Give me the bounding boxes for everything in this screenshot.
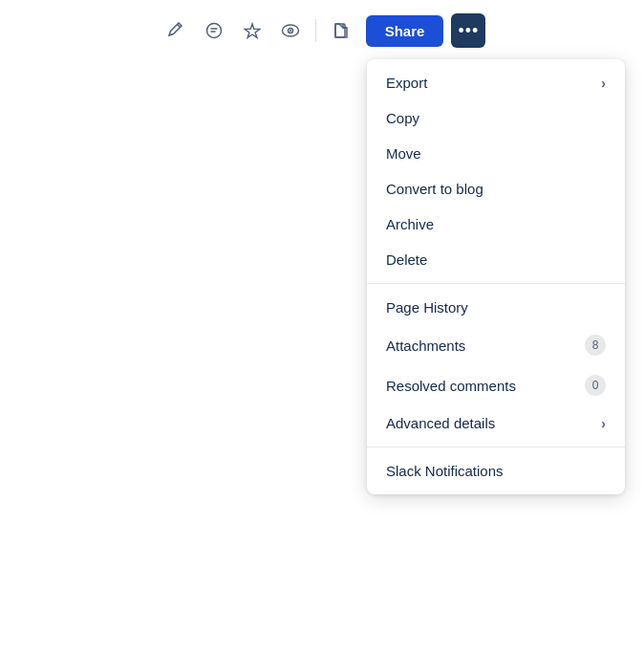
menu-item-move-label: Move xyxy=(386,145,606,162)
menu-section-3: Slack Notifications xyxy=(367,447,625,494)
page-icon[interactable] xyxy=(324,13,358,48)
menu-item-attachments-label: Attachments xyxy=(386,338,585,354)
menu-item-export-label: Export xyxy=(386,75,601,91)
menu-item-move[interactable]: Move xyxy=(367,136,625,171)
menu-item-copy[interactable]: Copy xyxy=(367,100,625,136)
comment-icon[interactable] xyxy=(197,13,231,48)
menu-item-attachments[interactable]: Attachments 8 xyxy=(367,325,625,365)
toolbar: Share ••• xyxy=(0,0,644,61)
menu-item-resolved-comments-label: Resolved comments xyxy=(386,378,585,394)
menu-item-convert-to-blog-label: Convert to blog xyxy=(386,181,606,197)
menu-item-archive[interactable]: Archive xyxy=(367,207,625,242)
menu-item-advanced-details-label: Advanced details xyxy=(386,415,601,431)
menu-item-delete-label: Delete xyxy=(386,251,606,268)
toolbar-divider xyxy=(315,19,316,42)
menu-item-page-history[interactable]: Page History xyxy=(367,290,625,325)
menu-section-1: Export › Copy Move Convert to blog Archi… xyxy=(367,59,625,283)
menu-item-page-history-label: Page History xyxy=(386,299,606,316)
menu-item-delete[interactable]: Delete xyxy=(367,242,625,277)
menu-item-archive-label: Archive xyxy=(386,216,606,232)
menu-item-slack-notifications[interactable]: Slack Notifications xyxy=(367,453,625,489)
svg-point-0 xyxy=(206,24,221,38)
watch-icon[interactable] xyxy=(273,13,308,48)
menu-item-export[interactable]: Export › xyxy=(367,65,625,100)
menu-item-slack-notifications-label: Slack Notifications xyxy=(386,463,606,479)
svg-point-3 xyxy=(290,30,291,32)
advanced-details-arrow-icon: › xyxy=(601,416,606,431)
resolved-comments-badge: 0 xyxy=(585,375,606,396)
toolbar-icons xyxy=(159,13,358,48)
share-button[interactable]: Share xyxy=(366,15,444,47)
menu-item-advanced-details[interactable]: Advanced details › xyxy=(367,405,625,441)
menu-item-convert-to-blog[interactable]: Convert to blog xyxy=(367,171,625,207)
menu-item-copy-label: Copy xyxy=(386,110,606,126)
dropdown-menu: Export › Copy Move Convert to blog Archi… xyxy=(367,59,625,494)
more-options-button[interactable]: ••• xyxy=(451,13,485,48)
attachments-badge: 8 xyxy=(585,335,606,356)
edit-icon[interactable] xyxy=(159,13,193,48)
menu-section-2: Page History Attachments 8 Resolved comm… xyxy=(367,283,625,447)
star-icon[interactable] xyxy=(235,13,269,48)
export-arrow-icon: › xyxy=(601,76,606,91)
menu-item-resolved-comments[interactable]: Resolved comments 0 xyxy=(367,365,625,405)
